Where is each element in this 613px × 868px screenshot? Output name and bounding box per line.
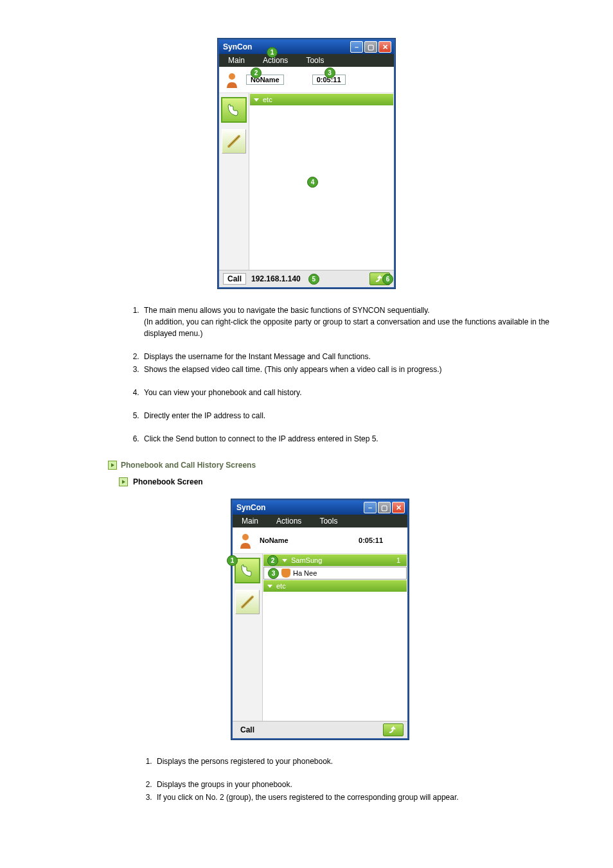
contact-avatar-icon <box>281 569 290 578</box>
group-label: etc <box>276 582 286 590</box>
menu-tools[interactable]: Tools <box>310 517 346 526</box>
main-column: 2 SamSung 1 3 Ha Nee etc <box>263 554 407 721</box>
user-avatar-icon <box>238 532 253 549</box>
window-title: SynCon <box>222 42 350 51</box>
close-button[interactable]: ✕ <box>378 41 391 53</box>
call-label: Call <box>236 725 258 735</box>
play-bullet-icon <box>119 477 128 486</box>
titlebar: SynCon – ▢ ✕ <box>219 40 394 54</box>
bottom-bar: Call <box>233 721 407 738</box>
callhistory-tab-icon[interactable] <box>235 590 260 614</box>
callout-5: 5 <box>308 274 319 285</box>
group-label: SamSung <box>291 556 322 564</box>
side-column: 1 <box>233 554 263 721</box>
username-box: NoName2 <box>246 75 284 85</box>
svg-point-1 <box>242 534 249 540</box>
list-item: Displays the username for the Instant Me… <box>141 351 574 362</box>
menubar: Main Actions Tools <box>233 515 407 527</box>
titlebar: SynCon – ▢ ✕ <box>233 500 407 515</box>
syncon-window-2: SynCon – ▢ ✕ Main Actions Tools NoName 0… <box>231 499 409 740</box>
menu-actions[interactable]: Actions1 <box>254 56 297 65</box>
menu-actions[interactable]: Actions <box>267 517 310 526</box>
minimize-button[interactable]: – <box>364 502 377 513</box>
menubar: Main Actions1 Tools <box>219 54 394 67</box>
callout-2: 2 <box>251 67 262 78</box>
elapsed-time-text: 0:05:11 <box>359 536 383 544</box>
group-etc[interactable]: etc <box>263 580 407 592</box>
close-button[interactable]: ✕ <box>392 502 405 513</box>
svg-point-0 <box>229 73 235 80</box>
username-text: NoName <box>260 536 289 544</box>
contact-name: Ha Nee <box>293 569 317 577</box>
group-label: etc <box>263 96 272 103</box>
chevron-down-icon <box>267 585 272 588</box>
group-etc[interactable]: etc <box>250 94 393 105</box>
sub-title: Phonebook Screen <box>133 477 203 486</box>
syncon-window-1: SynCon – ▢ ✕ Main Actions1 Tools NoName2… <box>218 39 395 288</box>
contact-row[interactable]: 3 Ha Nee <box>263 567 407 580</box>
description-list-1: The main menu allows you to navigate the… <box>39 305 574 445</box>
ip-input[interactable]: 192.168.1.140 <box>251 274 301 283</box>
send-button[interactable] <box>383 723 404 736</box>
phonebook-tab-icon[interactable] <box>221 97 247 123</box>
body-area: 1 2 SamSung 1 3 Ha Nee etc <box>233 554 407 721</box>
list-item: You can view your phonebook and call his… <box>141 387 574 398</box>
side-column <box>219 93 249 270</box>
maximize-button[interactable]: ▢ <box>364 41 377 53</box>
callhistory-tab-icon[interactable] <box>222 129 246 154</box>
callout-3: 3 <box>268 568 279 579</box>
callout-6: 6 <box>382 274 393 285</box>
list-item: The main menu allows you to navigate the… <box>141 305 574 339</box>
callout-3: 3 <box>324 67 335 78</box>
bottom-bar: Call 192.168.1.140 5 6 <box>219 270 394 287</box>
list-item: If you click on No. 2 (group), the users… <box>154 792 574 803</box>
window-controls: – ▢ ✕ <box>364 502 405 513</box>
chevron-down-icon <box>254 98 259 102</box>
callout-1: 1 <box>267 47 278 58</box>
send-button[interactable]: 6 <box>369 272 390 285</box>
list-item: Displays the groups in your phonebook. <box>154 779 574 790</box>
call-label: Call <box>223 273 246 285</box>
menu-main[interactable]: Main <box>219 56 254 65</box>
description-list-2: Displays the persons registered to your … <box>39 756 574 803</box>
group-count: 1 <box>396 556 403 564</box>
main-column: etc 4 <box>249 93 394 270</box>
play-bullet-icon <box>108 461 117 470</box>
minimize-button[interactable]: – <box>350 41 363 53</box>
user-avatar-icon <box>224 71 240 88</box>
phonebook-tab-icon[interactable]: 1 <box>235 558 260 583</box>
list-item: Directly enter the IP address to call. <box>141 410 574 421</box>
maximize-button[interactable]: ▢ <box>378 502 391 513</box>
group-samsung[interactable]: 2 SamSung 1 <box>263 554 407 566</box>
list-item: Shows the elapsed video call time. (This… <box>141 364 574 375</box>
window-controls: – ▢ ✕ <box>350 41 391 53</box>
callout-4: 4 <box>307 177 318 188</box>
section-title: Phonebook and Call History Screens <box>121 461 256 470</box>
list-item: Displays the persons registered to your … <box>154 756 574 767</box>
menu-tools[interactable]: Tools <box>297 56 333 65</box>
status-row: NoName 0:05:11 <box>233 527 407 554</box>
section-heading: Phonebook and Call History Screens <box>108 461 574 470</box>
window-title: SynCon <box>235 503 364 512</box>
list-item: Click the Send button to connect to the … <box>141 433 574 445</box>
callout-1: 1 <box>227 555 238 566</box>
callout-2: 2 <box>267 555 278 566</box>
sub-heading: Phonebook Screen <box>119 477 574 486</box>
chevron-down-icon <box>282 559 287 562</box>
menu-main[interactable]: Main <box>233 517 267 526</box>
elapsed-time-box: 0:05:113 <box>312 75 346 85</box>
body-area: etc 4 <box>219 93 394 270</box>
status-row: NoName2 0:05:113 <box>219 67 394 93</box>
